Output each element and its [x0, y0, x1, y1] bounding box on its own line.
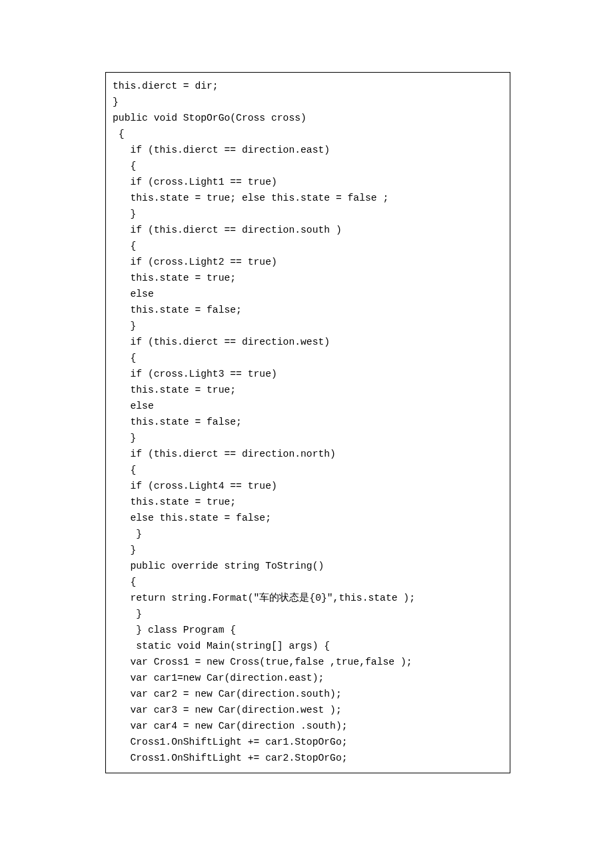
- code-line: this.state = true;: [113, 270, 503, 286]
- code-line: if (cross.Light2 == true): [113, 254, 503, 270]
- code-line: if (this.dierct == direction.south ): [113, 222, 503, 238]
- code-line: var car3 = new Car(direction.west );: [113, 702, 503, 718]
- code-line: {: [113, 462, 503, 478]
- code-line: if (this.dierct == direction.north): [113, 446, 503, 462]
- code-line: var car4 = new Car(direction .south);: [113, 718, 503, 734]
- code-line: static void Main(string[] args) {: [113, 638, 503, 654]
- code-line: {: [113, 158, 503, 174]
- code-line: this.state = false;: [113, 414, 503, 430]
- code-line: if (this.dierct == direction.east): [113, 142, 503, 158]
- code-line: {: [113, 238, 503, 254]
- code-line: {: [113, 350, 503, 366]
- code-line: }: [113, 526, 503, 542]
- code-line: public override string ToString(): [113, 558, 503, 574]
- code-line: this.state = true; else this.state = fal…: [113, 190, 503, 206]
- code-line: }: [113, 206, 503, 222]
- code-line: if (cross.Light4 == true): [113, 478, 503, 494]
- code-line: this.state = false;: [113, 302, 503, 318]
- code-line: this.state = true;: [113, 494, 503, 510]
- code-line: if (cross.Light1 == true): [113, 174, 503, 190]
- document-page: this.dierct = dir; } public void StopOrG…: [0, 0, 613, 868]
- code-line: if (cross.Light3 == true): [113, 366, 503, 382]
- code-line: }: [113, 318, 503, 334]
- code-line: if (this.dierct == direction.west): [113, 334, 503, 350]
- code-line: else this.state = false;: [113, 510, 503, 526]
- code-line: this.state = true;: [113, 382, 503, 398]
- code-line: } class Program {: [113, 622, 503, 638]
- code-line: }: [113, 542, 503, 558]
- code-line: var car2 = new Car(direction.south);: [113, 686, 503, 702]
- code-line: }: [113, 430, 503, 446]
- code-line: }: [113, 94, 503, 110]
- code-line: {: [113, 574, 503, 590]
- code-line: {: [113, 126, 503, 142]
- code-line: }: [113, 606, 503, 622]
- code-line: Cross1.OnShiftLight += car2.StopOrGo;: [113, 750, 503, 766]
- code-line: this.dierct = dir;: [113, 78, 503, 94]
- code-line: return string.Format("车的状态是{0}",this.sta…: [113, 590, 503, 606]
- code-line: var Cross1 = new Cross(true,false ,true,…: [113, 654, 503, 670]
- code-block: this.dierct = dir; } public void StopOrG…: [105, 72, 510, 773]
- code-line: public void StopOrGo(Cross cross): [113, 110, 503, 126]
- code-line: else: [113, 398, 503, 414]
- code-line: Cross1.OnShiftLight += car1.StopOrGo;: [113, 734, 503, 750]
- code-line: else: [113, 286, 503, 302]
- code-line: var car1=new Car(direction.east);: [113, 670, 503, 686]
